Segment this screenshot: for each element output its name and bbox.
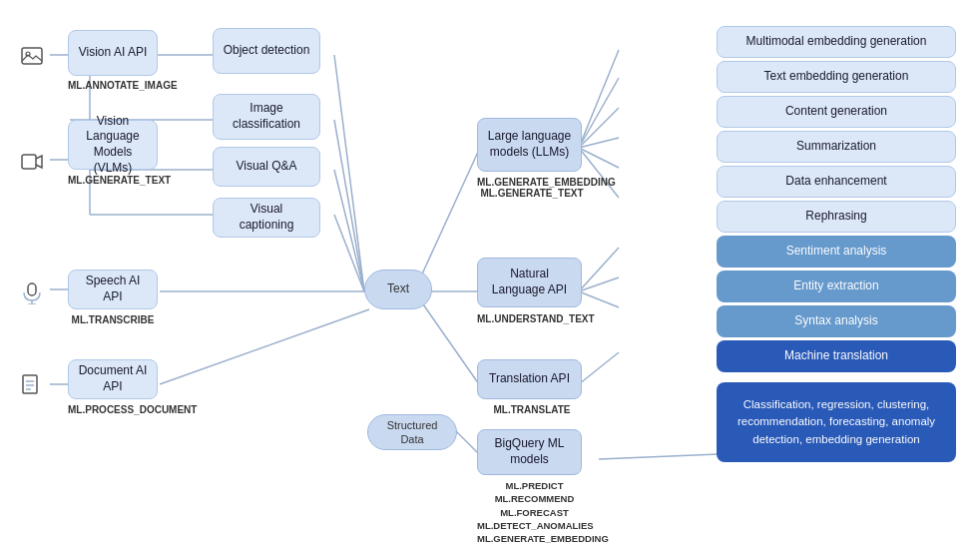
- sentiment-label: Sentiment analysis: [786, 244, 887, 260]
- vlm-node: Vision Language Models (VLMs): [68, 120, 158, 170]
- llm-label: Large language models (LLMs): [486, 129, 573, 160]
- speech-icon: [18, 279, 46, 307]
- speech-label: Speech AI API: [77, 273, 149, 304]
- svg-line-22: [579, 78, 619, 148]
- bigquery-label: BigQuery ML models: [486, 436, 573, 467]
- syntax-node: Syntax analysis: [717, 305, 956, 337]
- document-sublabel: ML.PROCESS_DOCUMENT: [68, 404, 158, 415]
- nlp-node: Natural Language API: [477, 258, 582, 307]
- translation-label: Translation API: [489, 371, 570, 387]
- content-gen-node: Content generation: [717, 96, 956, 128]
- svg-line-30: [579, 352, 619, 384]
- image-icon: [18, 42, 46, 70]
- svg-line-20: [454, 429, 479, 454]
- machine-translation-node: Machine translation: [717, 340, 956, 372]
- visual-qa-node: Visual Q&A: [213, 147, 320, 187]
- svg-line-28: [579, 277, 619, 291]
- svg-line-17: [414, 150, 479, 291]
- svg-line-21: [579, 50, 619, 148]
- image-classification-node: Image classification: [213, 94, 320, 140]
- rephrasing-node: Rephrasing: [717, 201, 956, 233]
- svg-line-27: [579, 248, 619, 291]
- svg-line-16: [160, 309, 369, 384]
- svg-line-31: [599, 454, 719, 459]
- classification-node: Classification, regression, clustering, …: [717, 382, 956, 462]
- nlp-sublabel: ML.UNDERSTAND_TEXT: [477, 313, 587, 324]
- video-icon: [18, 148, 46, 176]
- image-classification-label: Image classification: [222, 101, 311, 132]
- svg-line-23: [579, 108, 619, 148]
- entity-label: Entity extraction: [793, 278, 878, 294]
- vision-ai-sublabel: ML.ANNOTATE_IMAGE: [68, 80, 158, 91]
- llm-node: Large language models (LLMs): [477, 118, 582, 172]
- vlm-sublabel: ML.GENERATE_TEXT: [68, 175, 158, 186]
- vision-ai-label: Vision AI API: [79, 45, 148, 61]
- svg-line-25: [579, 148, 619, 168]
- sentiment-node: Sentiment analysis: [717, 236, 956, 268]
- svg-line-24: [579, 138, 619, 148]
- visual-captioning-label: Visual captioning: [222, 202, 311, 233]
- bigquery-sublabel: ML.PREDICT ML.RECOMMEND ML.FORECAST ML.D…: [477, 479, 592, 545]
- text-embed-node: Text embedding generation: [717, 61, 956, 93]
- visual-qa-label: Visual Q&A: [236, 159, 296, 175]
- machine-translation-label: Machine translation: [784, 348, 888, 364]
- vision-ai-api-node: Vision AI API: [68, 30, 158, 76]
- svg-line-12: [334, 120, 364, 291]
- document-ai-node: Document AI API: [68, 359, 158, 399]
- data-enhance-node: Data enhancement: [717, 166, 956, 198]
- speech-ai-node: Speech AI API: [68, 270, 158, 309]
- svg-rect-35: [28, 283, 36, 295]
- text-hub-label: Text: [387, 281, 409, 297]
- svg-rect-32: [22, 48, 42, 64]
- multimodal-node: Multimodal embedding generation: [717, 26, 956, 58]
- object-detection-label: Object detection: [224, 43, 310, 59]
- multimodal-label: Multimodal embedding generation: [746, 34, 927, 50]
- data-enhance-label: Data enhancement: [785, 174, 886, 190]
- llm-sublabel: ML.GENERATE_EMBEDDING ML.GENERATE_TEXT: [477, 177, 587, 199]
- svg-line-11: [334, 55, 364, 291]
- object-detection-node: Object detection: [213, 28, 320, 74]
- syntax-label: Syntax analysis: [794, 313, 877, 329]
- bigquery-node: BigQuery ML models: [477, 429, 582, 475]
- svg-rect-38: [23, 375, 37, 393]
- structured-hub-label: Structured Data: [376, 418, 448, 447]
- classification-label: Classification, regression, clustering, …: [725, 396, 948, 448]
- text-embed-label: Text embedding generation: [764, 69, 909, 85]
- text-hub-node: Text: [364, 270, 432, 309]
- svg-line-14: [334, 215, 364, 291]
- speech-sublabel: ML.TRANSCRIBE: [68, 314, 158, 325]
- summarization-node: Summarization: [717, 131, 956, 163]
- translation-sublabel: ML.TRANSLATE: [477, 404, 587, 415]
- summarization-label: Summarization: [796, 139, 876, 155]
- svg-line-13: [334, 170, 364, 291]
- entity-node: Entity extraction: [717, 271, 956, 302]
- visual-captioning-node: Visual captioning: [213, 198, 320, 238]
- document-icon: [18, 372, 46, 400]
- structured-data-hub-node: Structured Data: [367, 414, 457, 450]
- nlp-label: Natural Language API: [486, 267, 573, 297]
- content-gen-label: Content generation: [785, 104, 887, 120]
- rephrasing-label: Rephrasing: [805, 209, 866, 225]
- vlm-label: Vision Language Models (VLMs): [77, 114, 149, 176]
- translation-api-node: Translation API: [477, 359, 582, 399]
- svg-rect-34: [22, 155, 36, 169]
- document-label: Document AI API: [77, 363, 149, 394]
- svg-line-29: [579, 291, 619, 307]
